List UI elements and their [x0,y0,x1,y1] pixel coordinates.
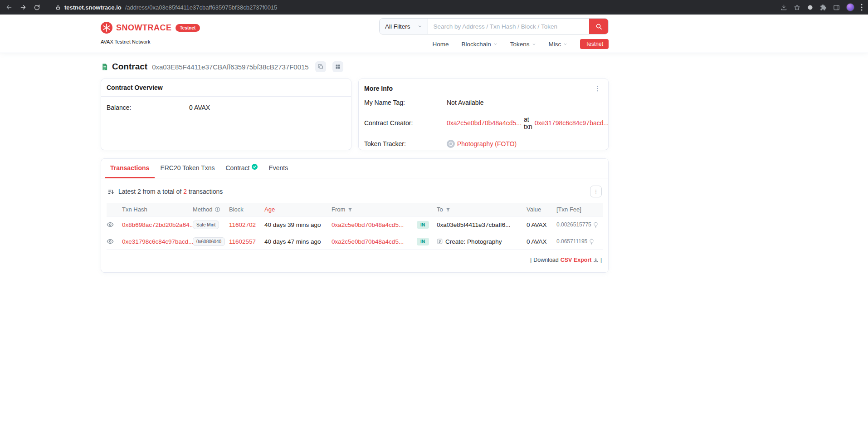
token-logo-icon [447,140,455,148]
token-tracker-row: Token Tracker: Photography (FOTO) [359,135,608,152]
browser-reload-button[interactable] [34,4,40,11]
creator-address-link[interactable]: 0xa2c5e0bd70b48a4cd5... [447,119,522,127]
csv-export-link[interactable]: CSV Export [561,257,599,263]
summary-text: Latest 2 from a total of 2 transactions [118,188,223,195]
nav-blockchain-label: Blockchain [461,41,491,48]
more-info-menu-button[interactable]: ⋮ [592,84,603,93]
from-filter-button[interactable] [347,207,353,212]
txn-fee: 0.065711195 [556,238,587,245]
tab-transactions-label: Transactions [110,164,149,172]
info-icon[interactable] [215,206,220,212]
from-address-link[interactable]: 0xa2c5e0bd70b48a4cd5... [332,221,404,228]
col-txn-hash: Txn Hash [122,206,147,213]
age-value: 40 days 47 mins ago [264,238,321,245]
url-domain: testnet.snowtrace.io [64,4,122,11]
contract-creator-row: Contract Creator: 0xa2c5e0bd70b48a4cd5..… [359,111,608,135]
col-from: From [332,206,345,213]
search-filter-select[interactable]: All Filters [380,19,428,34]
summary-suffix: transactions [189,188,223,195]
transactions-menu-button[interactable]: ⋮ [590,186,602,197]
col-age-toggle[interactable]: Age [264,206,275,213]
method-badge: 0x60806040 [193,237,225,246]
contract-creator-label: Contract Creator: [364,119,447,127]
table-row: 0x8b698ac72bd20b2a64... Safe Mint 116027… [107,216,603,233]
creator-txn-link[interactable]: 0xe31798c6c84c97bacd... [535,119,609,127]
puzzle-icon [820,4,827,11]
main-content: Contract 0xa03E85F4411e37CBAff635975bf38… [101,61,609,273]
star-icon [794,4,800,11]
summary-cards: Contract Overview Balance: 0 AVAX More I… [101,79,609,150]
network-label: AVAX Testnet Network [101,39,200,44]
token-tracker-link[interactable]: Photography (FOTO) [457,140,517,147]
transactions-summary-row: Latest 2 from a total of 2 transactions … [107,178,603,203]
to-address: Create: Photography [445,238,502,245]
browser-profile-avatar[interactable] [846,3,854,11]
search-button[interactable] [589,19,608,34]
nav-item-tokens[interactable]: Tokens [510,41,536,48]
browser-forward-button[interactable] [20,4,27,11]
download-tray-icon [780,4,787,11]
summary-prefix: Latest 2 from a total of [118,188,181,195]
more-info-card: More Info ⋮ My Name Tag: Not Available C… [358,79,609,150]
eye-icon [107,238,114,245]
preview-txn-button[interactable] [107,221,114,228]
sort-icon [107,188,114,195]
csv-export-label: CSV Export [561,257,592,263]
summary-count: 2 [183,188,187,195]
txn-value: 0 AVAX [527,221,547,228]
token-tracker-label: Token Tracker: [364,140,447,147]
copy-address-button[interactable] [315,61,326,72]
tab-events-label: Events [268,164,288,172]
more-info-card-title: More Info [364,85,393,92]
browser-menu-button[interactable] [861,4,863,11]
extension-ghost-icon [807,4,814,11]
col-value: Value [527,206,541,213]
chevron-down-icon [418,24,422,29]
extensions-button[interactable] [820,4,827,11]
col-method: Method [193,206,212,213]
qr-grid-icon [335,64,341,69]
address-bar[interactable]: testnet.snowtrace.io/address/0xa03e85f44… [55,4,277,11]
txn-hash-link[interactable]: 0x8b698ac72bd20b2a64... [122,221,195,228]
gas-bulb-icon [593,222,598,228]
tab-events[interactable]: Events [263,159,293,178]
table-row: 0xe31798c6c84c97bacd... 0x60806040 11602… [107,233,603,250]
snowtrace-logo-link[interactable]: SNOWTRACE [101,22,172,34]
block-link[interactable]: 11602702 [229,221,256,228]
csv-export-row: [ Download CSV Export ] [107,250,603,270]
install-app-button[interactable] [780,4,787,11]
txn-hash-link[interactable]: 0xe31798c6c84c97bacd... [122,238,194,245]
nav-item-blockchain[interactable]: Blockchain [461,41,497,48]
brand-name: SNOWTRACE [116,23,172,33]
block-link[interactable]: 11602557 [229,238,256,245]
tab-bar: Transactions ERC20 Token Txns Contract E… [101,159,608,178]
from-address-link[interactable]: 0xa2c5e0bd70b48a4cd5... [332,238,404,245]
contract-overview-card: Contract Overview Balance: 0 AVAX [101,79,351,150]
preview-txn-button[interactable] [107,238,114,245]
tab-contract-label: Contract [225,164,249,172]
bookmark-button[interactable] [794,4,800,11]
to-filter-button[interactable] [445,207,451,212]
nav-item-misc[interactable]: Misc [549,41,568,48]
brand-testnet-badge: Testnet [176,24,200,32]
reload-icon [34,4,40,11]
extension-shortcut-button[interactable] [807,4,814,11]
tab-erc20-token-txns[interactable]: ERC20 Token Txns [155,159,220,178]
qr-code-button[interactable] [332,61,343,72]
tab-transactions[interactable]: Transactions [105,159,155,178]
lock-icon [55,5,61,10]
search-input[interactable] [428,19,589,34]
browser-back-button[interactable] [5,4,13,11]
tab-contract[interactable]: Contract [220,159,263,178]
col-txn-fee: [Txn Fee] [556,206,581,213]
page-title-row: Contract 0xa03E85F4411e37CBAff635975bf38… [101,61,609,72]
contract-address: 0xa03E85F4411e37CBAff635975bf38cB2737F00… [152,63,309,71]
network-switch-button[interactable]: Testnet [580,39,609,49]
at-txn-text: at txn [524,116,532,130]
download-prefix: [ Download [530,257,559,263]
direction-badge: IN [417,238,429,245]
txn-value: 0 AVAX [527,238,547,245]
split-view-button[interactable] [833,4,840,11]
method-badge: Safe Mint [193,221,219,229]
nav-item-home[interactable]: Home [432,41,449,48]
